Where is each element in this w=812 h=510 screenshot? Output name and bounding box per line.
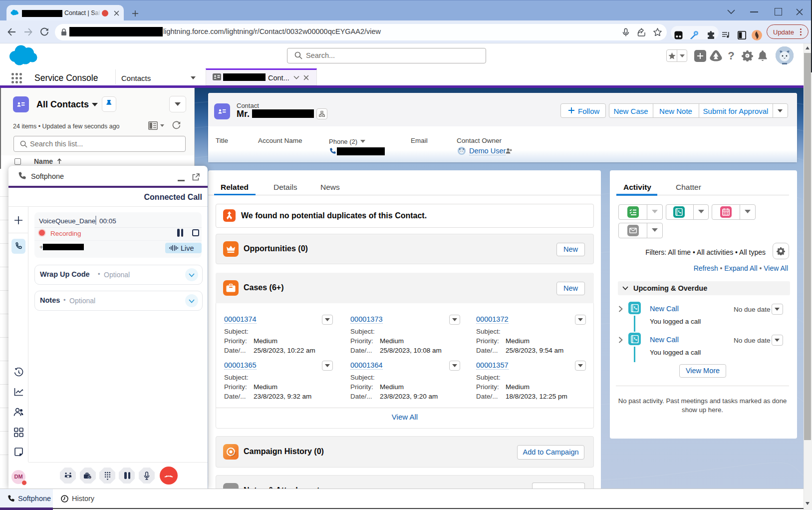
svg-text:?: ? bbox=[728, 49, 734, 62]
